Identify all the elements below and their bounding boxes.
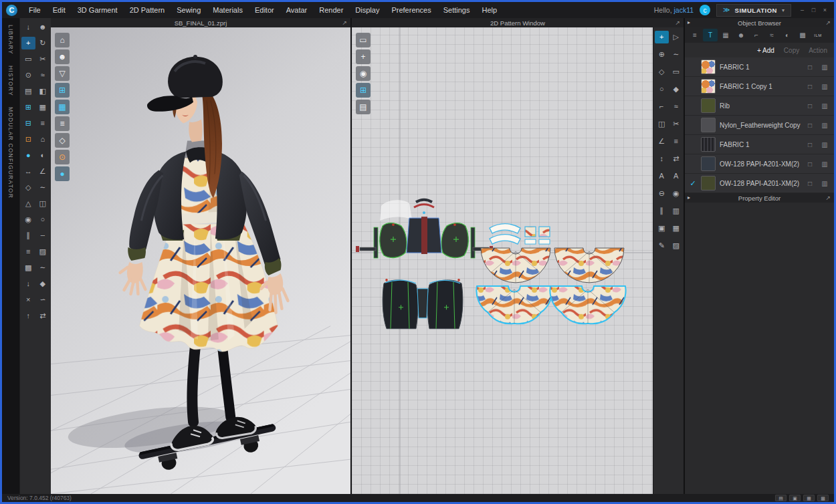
box-select-tool-icon[interactable]: ▭ [21, 53, 35, 66]
measure-icon[interactable]: ↔ [21, 165, 35, 178]
box-icon[interactable]: ▥ [819, 160, 830, 168]
grid-2d-icon[interactable]: ▤ [356, 100, 371, 114]
seam-tool-icon[interactable]: ≈ [669, 100, 684, 113]
skirt-pattern-piece[interactable] [554, 248, 624, 283]
avatar-tab-icon[interactable]: ☻ [734, 29, 748, 41]
gizmo-sphere-icon[interactable]: ● [55, 166, 70, 181]
wind-tool-icon[interactable]: ∼ [36, 261, 50, 274]
collapse-arrow-icon[interactable]: ▸ [688, 20, 690, 25]
menu-item[interactable]: Materials [207, 2, 249, 18]
menu-item[interactable]: Avatar [280, 2, 314, 18]
show-avatar-icon[interactable]: ☻ [55, 49, 70, 64]
shirring-tool-icon[interactable]: ≡ [21, 245, 35, 258]
buttonhole-2d-icon[interactable]: ⊖ [655, 187, 669, 200]
expand-panel-icon[interactable]: ↗ [342, 20, 347, 26]
magnet-tool-icon[interactable]: ◆ [36, 277, 50, 290]
object-browser-titlebar[interactable]: ▸ Object Browser ↗ [685, 18, 834, 27]
internal-line-tool-icon[interactable]: ∠ [655, 135, 669, 148]
hanger-icon[interactable]: ⌂ [36, 133, 50, 146]
simulation-mode-dropdown[interactable]: ≫ SIMULATION ▾ [716, 4, 791, 17]
grainline-tool-icon[interactable]: ↕ [655, 152, 669, 165]
strain-display-icon[interactable]: ◐ [36, 149, 50, 162]
3d-panel-titlebar[interactable]: SB_FINAL_01.zprj ↗ [51, 18, 350, 27]
edit-pattern-icon[interactable]: ▭ [356, 33, 371, 47]
polygon-tool-icon[interactable]: ◇ [655, 66, 669, 78]
pin-display-icon[interactable]: ⊡ [21, 133, 35, 146]
show-texture-icon[interactable]: ▦ [55, 100, 70, 114]
quality-toggle-icon[interactable]: ▤ [775, 495, 787, 501]
transform-pattern-icon[interactable]: + [655, 31, 669, 43]
texture-display-icon[interactable]: ⊟ [21, 117, 35, 130]
2d-panel-titlebar[interactable]: 2D Pattern Window ↗ [352, 18, 684, 27]
window-control-button[interactable]: □ [809, 4, 819, 16]
show-seamline-icon[interactable]: ≡ [55, 116, 70, 131]
garment-toggle-icon[interactable]: □ [805, 141, 815, 148]
button-tool-icon[interactable]: ◉ [21, 213, 35, 226]
fabric-thumbnail[interactable] [701, 98, 716, 113]
show-texture-2d-icon[interactable]: ⊞ [356, 83, 371, 98]
garment-toggle-icon[interactable]: □ [805, 122, 815, 129]
tack-tool-icon[interactable]: × [21, 293, 35, 306]
box-icon[interactable]: ▥ [819, 141, 830, 148]
closet-cloud-icon[interactable]: c [700, 5, 710, 15]
mesh-display-icon[interactable]: ▦ [36, 101, 50, 114]
fabric-list-item[interactable]: FABRIC 1 Copy 1 □ ▥ [685, 77, 834, 96]
skirt-pattern-piece-selected[interactable] [550, 286, 625, 324]
garment-tab-icon[interactable]: T [703, 29, 718, 41]
cut-sew-tool-icon[interactable]: ✂ [669, 118, 684, 130]
fabric-tab-icon[interactable]: ▦ [718, 29, 733, 41]
rectangle-tool-icon[interactable]: ▭ [669, 66, 684, 78]
box-icon[interactable]: ▥ [819, 180, 830, 187]
flatten-tool-icon[interactable]: ◇ [21, 181, 35, 194]
box-icon[interactable]: ▥ [819, 102, 830, 110]
window-control-button[interactable]: × [820, 4, 830, 16]
garment-toggle-icon[interactable]: □ [805, 83, 815, 90]
reset-view-icon[interactable]: ⌂ [55, 33, 70, 47]
fabric-list-item[interactable]: FABRIC 1 □ ▥ [685, 135, 834, 154]
3d-avatar-scene[interactable] [51, 27, 350, 494]
measure-2d-icon[interactable]: ▥ [669, 205, 684, 217]
grading-icon[interactable]: ▣ [655, 222, 669, 235]
window-control-button[interactable]: – [797, 4, 807, 16]
print-layout-icon[interactable]: ▦ [669, 222, 684, 235]
gravity-tool-icon[interactable]: ↓ [21, 277, 35, 290]
jacket-pattern-cluster[interactable] [356, 200, 493, 258]
copy-button[interactable]: Copy [784, 47, 799, 54]
info-icon[interactable]: ▩ [817, 495, 829, 501]
side-tab[interactable]: LIBRARY [7, 25, 14, 55]
menu-item[interactable]: Edit [47, 2, 72, 18]
jacket-front-pattern-pieces[interactable] [383, 279, 463, 329]
render-tab-icon[interactable]: ◐ [780, 29, 795, 41]
texture-editor-icon[interactable]: ▨ [669, 239, 684, 252]
fabric-list-item[interactable]: Nylon_Featherweight Copy □ ▥ [685, 116, 834, 135]
buttonhole-tool-icon[interactable]: ○ [36, 213, 50, 226]
fold-tool-icon[interactable]: ◧ [36, 85, 50, 98]
shrink-tool-icon[interactable]: ⇄ [669, 152, 684, 165]
collar-pattern-pieces[interactable] [490, 224, 550, 244]
text-tool-icon[interactable]: A [655, 170, 669, 182]
collapse-arrow-icon[interactable]: ▸ [688, 195, 690, 201]
property-editor-titlebar[interactable]: ▸ Property Editor ↗ [685, 193, 834, 203]
solid-display-icon[interactable]: ⊞ [21, 101, 35, 114]
annotation-icon[interactable]: ✎ [655, 239, 669, 252]
padding-tool-icon[interactable]: ▩ [21, 261, 35, 274]
select-move-tool-icon[interactable]: + [21, 37, 35, 49]
topstitch-tool-icon[interactable]: ┄ [36, 229, 50, 242]
arrow-up-tool-icon[interactable]: ↑ [21, 309, 35, 322]
trim-tab-icon[interactable]: ⌐ [749, 29, 764, 41]
show-garment-icon[interactable]: ▽ [55, 66, 70, 81]
menu-item[interactable]: Render [313, 2, 349, 18]
avatar-show-icon[interactable]: ☻ [36, 21, 50, 33]
ilm-tab-icon[interactable]: ILM [811, 29, 825, 41]
angle-measure-icon[interactable]: ∠ [36, 165, 50, 178]
expand-panel-icon[interactable]: ↗ [675, 20, 680, 26]
steam-tool-icon[interactable]: ∼ [36, 181, 50, 194]
2d-pattern-scene[interactable] [352, 27, 653, 494]
pleat-tool-icon[interactable]: ≡ [669, 135, 684, 148]
swap-tool-icon[interactable]: ⇄ [36, 309, 50, 322]
dart-tool-icon[interactable]: ◆ [669, 83, 684, 96]
fabric-thumbnail[interactable] [701, 118, 716, 132]
menu-item[interactable]: Preferences [385, 2, 437, 18]
box-icon[interactable]: ▥ [819, 122, 830, 129]
fabric-list-item[interactable]: OW-128 PAPI-A201-XM(2) □ ▥ [685, 154, 834, 174]
